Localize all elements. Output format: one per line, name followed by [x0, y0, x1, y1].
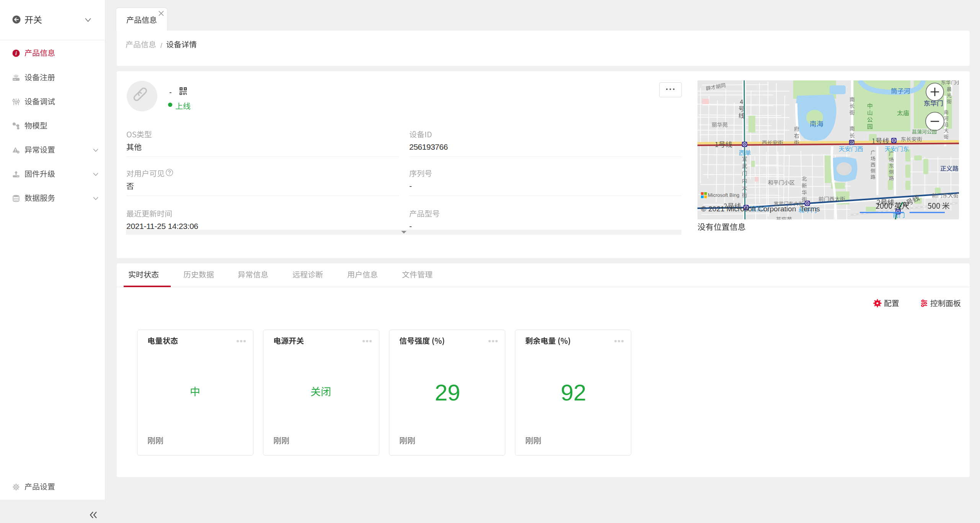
svg-text:i: i: [15, 51, 17, 56]
